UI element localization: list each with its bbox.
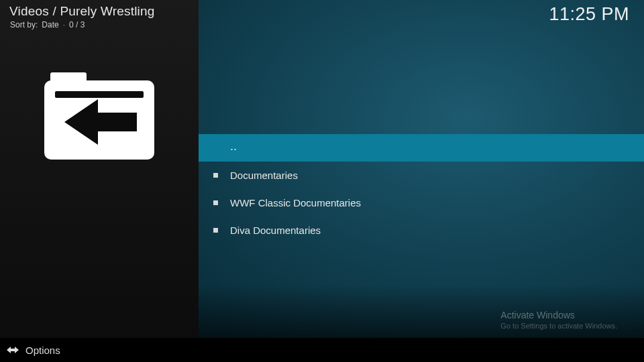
back-folder-icon bbox=[40, 67, 158, 166]
separator-dot: · bbox=[63, 20, 65, 29]
list-item[interactable]: Documentaries bbox=[199, 162, 644, 189]
bullet-icon bbox=[213, 228, 218, 233]
list-item[interactable]: Diva Documentaries bbox=[199, 217, 644, 244]
bullet-icon bbox=[213, 173, 218, 178]
sort-value: Date bbox=[42, 20, 58, 29]
sort-prefix: Sort by: bbox=[10, 20, 38, 29]
svg-marker-5 bbox=[13, 347, 19, 353]
svg-marker-4 bbox=[7, 347, 13, 353]
list-item-label: Diva Documentaries bbox=[230, 225, 321, 236]
list-item[interactable]: WWF Classic Documentaries bbox=[199, 189, 644, 217]
list-item-label: Documentaries bbox=[230, 170, 298, 181]
list-item-label: WWF Classic Documentaries bbox=[230, 197, 361, 208]
sidebar bbox=[0, 0, 199, 338]
options-arrows-icon bbox=[7, 345, 19, 355]
item-counter: 0 / 3 bbox=[69, 20, 85, 29]
directory-list: .. Documentaries WWF Classic Documentari… bbox=[199, 134, 644, 244]
bullet-icon bbox=[213, 200, 218, 205]
options-label: Options bbox=[25, 345, 60, 356]
footer-bar: Options bbox=[0, 338, 644, 362]
parent-directory-item[interactable]: .. bbox=[199, 134, 644, 162]
svg-rect-2 bbox=[55, 91, 144, 98]
breadcrumb: Videos / Purely Wrestling bbox=[9, 4, 155, 19]
parent-directory-label: .. bbox=[230, 144, 237, 152]
clock: 11:25 PM bbox=[549, 4, 629, 25]
options-button[interactable]: Options bbox=[7, 345, 60, 356]
sort-info: Sort by: Date · 0 / 3 bbox=[10, 20, 85, 29]
